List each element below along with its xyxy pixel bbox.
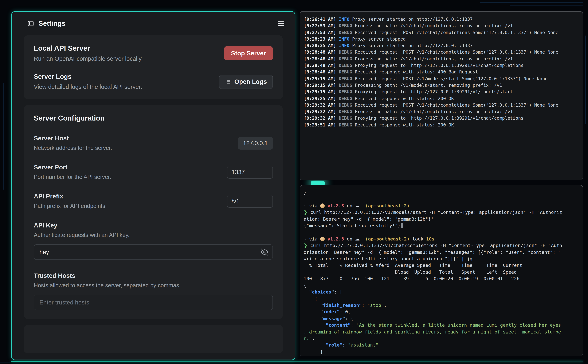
terminal-line: { [304,295,579,302]
api-prefix-input[interactable] [227,195,273,208]
log-line: [9:28:23 AM] INFO Proxy server stopped [304,36,579,43]
wallpaper-circuit-trace [585,36,586,124]
menu-icon[interactable] [277,20,285,27]
terminal-text: "As the stars twinkled, a little unicorn… [356,323,561,328]
server-logs-text: Server Logs View detailed logs of the lo… [34,73,142,90]
terminal-text: ~ via [304,236,320,242]
terminal-text: curl http://127.0.0.1:1337/v1/models/sta… [307,210,562,215]
log-timestamp: [9:28:48 AM] [304,63,339,68]
log-timestamp: [9:27:53 AM] [304,23,339,29]
log-message: Processing path: /v1/chat/completions, r… [355,56,513,62]
log-timestamp: [9:29:15 AM] [304,76,339,81]
server-log-panel[interactable]: [9:26:41 AM] INFO Proxy server started o… [300,11,583,180]
log-timestamp: [9:29:15 AM] [304,89,339,95]
log-level: DEBUG [339,63,355,68]
api-key-input[interactable] [34,244,273,260]
log-level: DEBUG [339,69,355,75]
terminal-text [304,303,320,308]
terminal-text: ❯ [304,210,307,215]
terminal-text: v1.2.3 [327,236,344,242]
open-logs-button[interactable]: Open Logs [219,74,273,89]
server-port-row: Server Port Port number for the API serv… [34,164,273,180]
api-key-field-wrap [34,244,273,260]
server-logs-desc: View detailed logs of the local API serv… [34,84,142,90]
log-level: DEBUG [339,96,355,101]
local-server-card: Local API Server Run an OpenAI-compatibl… [24,35,283,99]
log-message: Processing path: /v1/chat/completions, r… [355,23,513,29]
terminal-text [304,343,326,348]
terminal-line: {"message":"Started successfully!"} [304,222,579,229]
terminal-text: "stop" [367,303,384,308]
terminal-text [360,236,365,242]
terminal-line [304,196,579,203]
log-timestamp: [9:29:25 AM] [304,96,339,101]
log-message: Proxy server started on http://127.0.0.1… [352,43,473,48]
log-line: [9:29:32 AM] DEBUG Received request: POS… [304,102,579,109]
terminal-text: , dreaming of rainbow fields and sparkli… [304,329,561,335]
server-port-input[interactable] [227,166,273,178]
log-message: Received response with status: 400 Bad R… [355,69,478,75]
terminal-text: : { [345,316,354,321]
server-host-text: Server Host Network address for the serv… [34,135,112,151]
log-timestamp: [9:26:41 AM] [304,17,339,22]
eye-off-icon[interactable] [261,248,268,256]
log-line: [9:29:15 AM] DEBUG Processing path: /v1/… [304,82,579,89]
api-prefix-row: API Prefix Path prefix for API endpoints… [34,193,273,209]
terminal-text [304,323,326,328]
log-timestamp: [9:28:23 AM] [304,36,339,42]
terminal-text: "assistant" [348,343,378,348]
log-timestamp: [9:29:15 AM] [304,83,339,88]
terminal-text: : [351,323,356,328]
log-level: DEBUG [339,116,355,121]
terminal-text: : [342,343,348,348]
local-api-server-title: Local API Server [34,44,143,52]
terminal-line: { [304,282,579,289]
log-message: Proxying request to: http://127.0.0.1:39… [355,116,523,121]
wallpaper-circuit-trace [0,363,10,363]
terminal-text: "finish_reason" [320,303,362,308]
log-message: Received response with status: 200 OK [355,122,454,128]
local-api-server-text: Local API Server Run an OpenAI-compatibl… [34,44,143,62]
log-timestamp: [9:28:35 AM] [304,43,339,48]
wallpaper-glow-node [311,181,325,185]
terminal-text [304,309,320,315]
terminal-text: { [304,296,317,301]
log-level: DEBUG [339,122,355,128]
log-level: DEBUG [339,103,355,108]
terminal-window[interactable]: } ~ via v1.2.3 on ☁ (ap-southeast-2)❯ cu… [300,185,583,356]
log-line: [9:28:35 AM] INFO Proxy server started o… [304,42,579,49]
log-message: Received request: POST /v1/models/start … [355,76,548,81]
panel-left-icon[interactable] [27,20,34,27]
server-port-text: Server Port Port number for the API serv… [34,164,111,180]
terminal-text: orization: Bearer hey" -d '{"model": "ge… [304,250,561,255]
api-key-block: API Key Authenticate requests with an AP… [34,222,273,260]
terminal-line: "content": "As the stars twinkled, a lit… [304,322,579,329]
log-lines: [9:26:41 AM] INFO Proxy server started o… [304,16,579,128]
terminal-text: curl http://127.0.0.1:1337/v1/chat/compl… [307,243,562,248]
log-message: Received response with status: 200 OK [355,96,454,101]
wallpaper-circuit-trace [510,5,583,6]
log-level: DEBUG [339,89,355,95]
terminal-text: } [304,190,307,195]
terminal-text: {"message":"Started successfully!"} [304,223,401,228]
log-message: Proxying request to: http://127.0.0.1:39… [355,89,513,95]
settings-body: Local API Server Run an OpenAI-compatibl… [12,33,295,360]
api-key-desc: Authenticate requests with an API key. [34,232,273,238]
server-logs-row: Server Logs View detailed logs of the lo… [34,73,273,90]
log-message: Received request: POST /v1/chat/completi… [355,30,558,35]
log-message: Processing path: /v1/models/start, remov… [355,83,502,88]
log-level: DEBUG [339,83,355,88]
terminal-line: "message": { [304,315,579,322]
log-message: Processing path: /v1/chat/completions, r… [355,109,513,114]
terminal-text: : [ [334,289,342,295]
terminal-text: Dload Upload Total Spent Left Speed [304,270,517,275]
stop-server-button[interactable]: Stop Server [224,46,273,60]
log-line: [9:29:32 AM] DEBUG Processing path: /v1/… [304,108,579,115]
terminal-text: "role" [326,343,342,348]
server-host-value[interactable]: 127.0.0.1 [238,137,273,150]
terminal-line: "index": 0, [304,309,579,315]
terminal-line: Write a one-sentence bedtime story about… [304,256,579,262]
terminal-text: v1.2.3 [327,203,344,208]
cloud-icon: ☁ [355,203,360,208]
trusted-hosts-input[interactable] [34,295,273,310]
